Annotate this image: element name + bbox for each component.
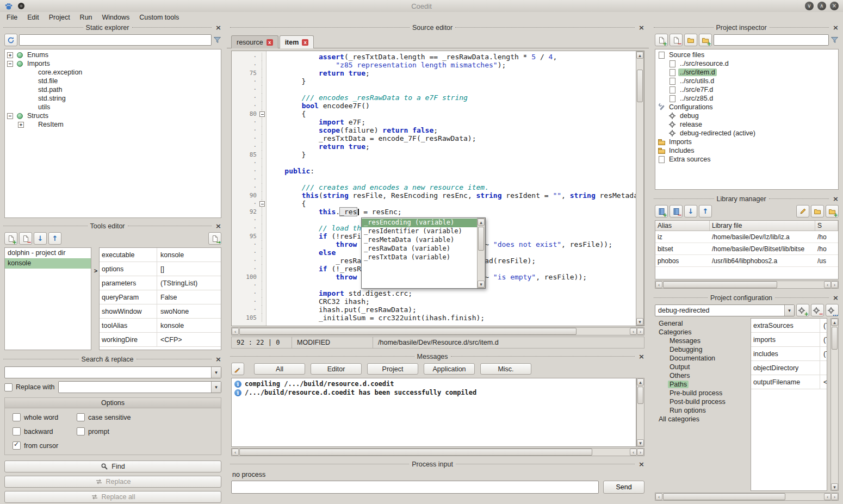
scroll-thumb[interactable] (663, 281, 777, 288)
tree-item[interactable]: Includes (655, 146, 838, 155)
process-input-field[interactable] (231, 481, 599, 494)
search-option-checkbox[interactable]: from cursor (13, 441, 77, 450)
tree-item[interactable]: + Enums (5, 51, 221, 59)
tree-item[interactable]: utils (5, 103, 221, 111)
message-filter-button[interactable]: Editor (311, 363, 362, 375)
configuration-select[interactable]: debug-redirected ▾ (655, 304, 795, 316)
tree-item[interactable]: Output (655, 363, 747, 371)
scroll-left-icon[interactable]: ‹ (630, 449, 637, 456)
scroll-right-icon[interactable]: › (637, 449, 644, 456)
completion-item[interactable]: _resEncoding (variable) (362, 219, 477, 227)
scroll-down-icon[interactable]: ▾ (478, 281, 485, 288)
close-icon[interactable]: × (637, 353, 646, 360)
scroll-right-icon[interactable]: › (831, 493, 838, 500)
scroll-thumb[interactable] (637, 387, 643, 404)
property-row[interactable]: parameters (TStringList) (100, 276, 221, 290)
tab-close-icon[interactable]: x (266, 39, 273, 46)
close-icon[interactable]: × (832, 195, 840, 202)
maximize-button[interactable]: ∧ (817, 2, 826, 10)
scroll-thumb[interactable] (239, 449, 592, 456)
property-value[interactable]: (T (820, 347, 827, 360)
close-icon[interactable]: × (214, 24, 222, 31)
tree-item[interactable]: Others (655, 371, 747, 380)
tree-item[interactable]: Imports (655, 138, 838, 146)
scroll-up-icon[interactable]: ▴ (478, 219, 485, 226)
add-folder-button[interactable]: + (699, 34, 712, 46)
tree-item[interactable]: Pre-build process (655, 389, 747, 397)
library-open-folder-button[interactable] (811, 205, 824, 217)
column-sources[interactable]: S (815, 221, 838, 231)
add-source-button[interactable]: + (655, 34, 668, 46)
config-vscrollbar[interactable]: ▴ ▾ (830, 318, 839, 491)
property-value[interactable]: (T (820, 333, 827, 346)
expander-icon[interactable]: + (7, 52, 13, 58)
tree-item[interactable]: release (655, 120, 838, 129)
scroll-left-icon[interactable]: ‹ (824, 281, 831, 288)
scroll-up-icon[interactable]: ▴ (831, 319, 838, 326)
refresh-button[interactable] (4, 34, 17, 46)
column-alias[interactable]: Alias (655, 221, 710, 231)
send-button[interactable]: Send (603, 481, 644, 494)
message-filter-button[interactable]: All (254, 363, 305, 375)
clear-messages-button[interactable] (231, 363, 244, 375)
scroll-thumb[interactable] (478, 227, 484, 251)
property-value[interactable] (820, 361, 827, 375)
inspector-search-input[interactable] (714, 34, 829, 46)
chevron-down-icon[interactable]: ▾ (211, 367, 221, 378)
menu-item[interactable]: Edit (27, 14, 39, 21)
remove-library-button[interactable]: − (670, 205, 683, 217)
close-icon[interactable]: × (214, 356, 222, 363)
chevron-down-icon[interactable]: ▾ (211, 382, 221, 393)
scroll-down-icon[interactable]: ▾ (637, 439, 644, 446)
tab-close-icon[interactable]: x (302, 39, 308, 46)
completion-item[interactable]: _resTxtData (variable) (362, 253, 477, 262)
remove-tool-button[interactable]: − (19, 232, 32, 245)
scroll-thumb[interactable] (637, 70, 643, 102)
property-row[interactable]: outputFilename <C (751, 375, 827, 389)
editor-tab[interactable]: resource x (231, 35, 278, 48)
scroll-right-icon[interactable]: › (831, 281, 838, 288)
shade-button[interactable]: ∨ (805, 2, 814, 10)
property-value[interactable]: [] (157, 262, 221, 276)
tree-item[interactable]: + ResItem (5, 120, 221, 129)
tree-item[interactable]: ../src/e7F.d (655, 85, 838, 94)
tree-item[interactable]: std.path (5, 85, 221, 94)
expander-icon[interactable]: − (7, 113, 13, 119)
property-value[interactable]: (T (820, 319, 827, 332)
menu-item[interactable]: Windows (102, 14, 130, 21)
editor-vscrollbar[interactable]: ▴ ▾ (636, 51, 644, 326)
tree-item[interactable]: ../src/resource.d (655, 59, 838, 68)
filter-icon[interactable] (830, 36, 839, 44)
add-library-button[interactable]: + (655, 205, 668, 217)
search-option-checkbox[interactable]: whole word (13, 413, 77, 421)
close-icon[interactable]: × (832, 24, 840, 31)
replace-with-checkbox[interactable]: Replace with (4, 383, 55, 391)
property-row[interactable]: options [] (100, 262, 221, 276)
close-icon[interactable]: × (214, 222, 222, 229)
property-value[interactable]: <CFP> (157, 333, 221, 346)
scroll-thumb[interactable] (832, 327, 838, 350)
tree-item[interactable]: debug (655, 111, 838, 120)
replace-button[interactable]: Replace (4, 476, 221, 488)
tool-list-item[interactable]: dolphin - project dir (5, 248, 91, 258)
property-row[interactable]: imports (T (751, 333, 827, 347)
messages-hscrollbar[interactable]: ‹ ‹ › (231, 448, 644, 456)
message-row[interactable]: /.../build/resource.d.coedit has been su… (232, 388, 636, 397)
tree-item[interactable]: − Structs (5, 111, 221, 120)
close-icon[interactable]: × (832, 294, 840, 301)
tree-item[interactable]: Run options (655, 406, 747, 415)
completion-item[interactable]: _resRawData (variable) (362, 245, 477, 253)
replace-with-combo[interactable]: ▾ (58, 381, 221, 393)
tree-item[interactable]: All categories (655, 415, 747, 424)
menu-item[interactable]: File (7, 14, 17, 21)
menu-item[interactable]: Run (80, 14, 92, 21)
messages-vscrollbar[interactable]: ▴ ▾ (636, 378, 644, 447)
property-row[interactable]: includes (T (751, 347, 827, 361)
close-window-button[interactable]: × (830, 2, 839, 10)
add-configuration-button[interactable]: + (796, 304, 809, 316)
scroll-up-icon[interactable]: ▴ (637, 378, 644, 385)
scroll-down-icon[interactable]: ▾ (636, 318, 643, 325)
tree-item[interactable]: std.file (5, 77, 221, 85)
library-row[interactable]: phobos /usr/lib64/libphobos2.a /us (655, 255, 838, 267)
scroll-left-icon[interactable]: ‹ (824, 493, 831, 500)
